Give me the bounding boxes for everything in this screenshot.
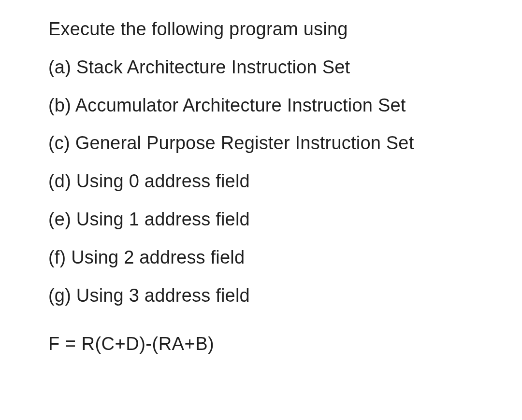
intro-line: Execute the following program using xyxy=(48,14,498,44)
list-item: (c) General Purpose Register Instruction… xyxy=(48,128,498,158)
list-item: (e) Using 1 address field xyxy=(48,205,498,234)
formula-line: F = R(C+D)-(RA+B) xyxy=(48,329,498,359)
list-item: (d) Using 0 address field xyxy=(48,167,498,196)
list-item: (b) Accumulator Architecture Instruction… xyxy=(48,91,498,120)
list-item: (g) Using 3 address field xyxy=(48,281,498,310)
list-item: (a) Stack Architecture Instruction Set xyxy=(48,53,498,82)
list-item: (f) Using 2 address field xyxy=(48,243,498,272)
